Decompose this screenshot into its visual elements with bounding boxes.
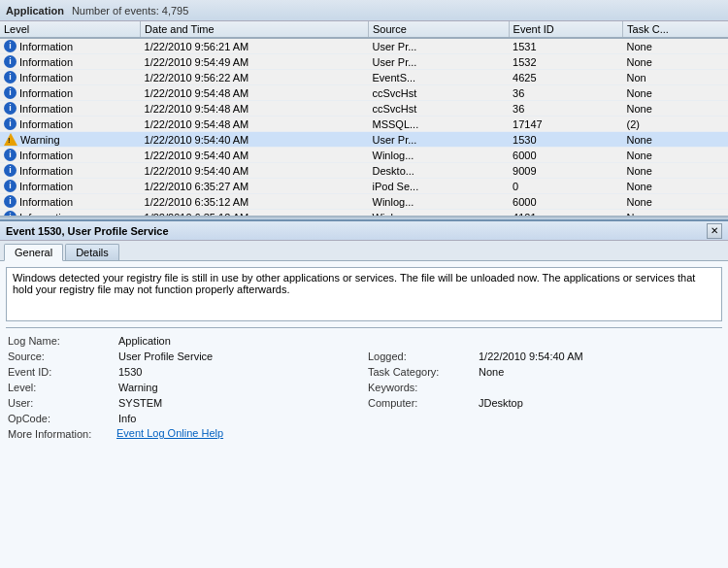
- event-table-scroll[interactable]: Level Date and Time Source Event ID Task…: [0, 21, 728, 216]
- cell-datetime: 1/22/2010 6:35:27 AM: [141, 179, 369, 194]
- cell-eventid: 36: [509, 85, 622, 101]
- table-row[interactable]: iInformation1/22/2010 9:54:40 AMDeskto..…: [0, 163, 728, 179]
- source-value: User Profile Service: [116, 350, 362, 363]
- cell-task: None: [623, 101, 728, 117]
- cell-eventid: 1530: [509, 132, 622, 148]
- level-text: Information: [19, 118, 73, 130]
- moreinfo-link[interactable]: Event Log Online Help: [116, 427, 362, 441]
- cell-datetime: 1/22/2010 9:54:40 AM: [141, 163, 369, 179]
- cell-level: Warning: [0, 132, 141, 148]
- col-header-source[interactable]: Source: [369, 21, 510, 38]
- level-text: Information: [19, 212, 73, 217]
- empty-1: [366, 334, 473, 348]
- table-row[interactable]: iInformation1/22/2010 9:56:21 AMUser Pr.…: [0, 38, 728, 54]
- log-fields: Log Name: Application Source: User Profi…: [6, 334, 722, 441]
- taskcategory-value: None: [477, 365, 722, 379]
- cell-datetime: 1/22/2010 6:35:12 AM: [141, 194, 369, 210]
- cell-datetime: 1/22/2010 9:54:48 AM: [141, 117, 369, 132]
- cell-task: None: [623, 148, 728, 163]
- cell-source: EventS...: [369, 70, 510, 85]
- main-container: Application Number of events: 4,795 Leve…: [0, 0, 728, 568]
- tab-general[interactable]: General: [4, 244, 63, 261]
- table-header-row: Level Date and Time Source Event ID Task…: [0, 21, 728, 38]
- table-row[interactable]: iInformation1/22/2010 9:56:22 AMEventS..…: [0, 70, 728, 85]
- titlebar: Application Number of events: 4,795: [0, 0, 728, 21]
- level-text: Information: [19, 150, 73, 161]
- col-header-task[interactable]: Task C...: [623, 21, 728, 38]
- table-row[interactable]: iInformation1/22/2010 9:54:49 AMUser Pr.…: [0, 54, 728, 70]
- cell-level: iInformation: [0, 38, 141, 54]
- cell-eventid: 1532: [509, 54, 622, 70]
- cell-task: None: [623, 194, 728, 210]
- keywords-value: [477, 381, 722, 394]
- table-row[interactable]: iInformation1/22/2010 9:54:48 AMccSvcHst…: [0, 101, 728, 117]
- cell-source: Deskto...: [369, 163, 510, 179]
- cell-datetime: 1/22/2010 9:54:40 AM: [141, 132, 369, 148]
- table-row[interactable]: iInformation1/22/2010 9:54:48 AMMSSQL...…: [0, 117, 728, 132]
- table-row[interactable]: iInformation1/22/2010 6:35:12 AMWinlog..…: [0, 194, 728, 210]
- log-value: Application: [116, 334, 362, 348]
- cell-eventid: 1531: [509, 38, 622, 54]
- cell-level: iInformation: [0, 194, 141, 210]
- tabs-row: General Details: [0, 241, 728, 261]
- table-row[interactable]: iInformation1/22/2010 9:54:48 AMccSvcHst…: [0, 85, 728, 101]
- cell-level: iInformation: [0, 179, 141, 194]
- level-text: Information: [19, 165, 73, 177]
- detail-titlebar: Event 1530, User Profile Service ✕: [0, 221, 728, 241]
- cell-task: None: [623, 179, 728, 194]
- info-icon: i: [4, 71, 17, 84]
- app-title: Application: [6, 5, 64, 17]
- eventid-label: Event ID:: [6, 365, 113, 379]
- cell-datetime: 1/22/2010 9:56:21 AM: [141, 38, 369, 54]
- cell-datetime: 1/22/2010 9:56:22 AM: [141, 70, 369, 85]
- cell-eventid: 4101: [509, 210, 622, 217]
- info-icon: i: [4, 211, 17, 216]
- cell-source: MSSQL...: [369, 117, 510, 132]
- cell-datetime: 1/22/2010 9:54:48 AM: [141, 101, 369, 117]
- table-row[interactable]: iInformation1/22/2010 9:54:40 AMWinlog..…: [0, 148, 728, 163]
- detail-panel: Event 1530, User Profile Service ✕ Gener…: [0, 219, 728, 568]
- event-count-value: 4,795: [162, 5, 189, 17]
- col-header-level[interactable]: Level: [0, 21, 141, 38]
- cell-level: iInformation: [0, 54, 141, 70]
- keywords-label: Keywords:: [366, 381, 473, 394]
- divider: [6, 327, 722, 328]
- table-row[interactable]: Warning1/22/2010 9:54:40 AMUser Pr...153…: [0, 132, 728, 148]
- cell-eventid: 17147: [509, 117, 622, 132]
- col-header-eventid[interactable]: Event ID: [509, 21, 622, 38]
- table-row[interactable]: iInformation1/22/2010 6:35:27 AMiPod Se.…: [0, 179, 728, 194]
- info-icon: i: [4, 86, 17, 99]
- info-icon: i: [4, 195, 17, 208]
- close-button[interactable]: ✕: [707, 223, 722, 239]
- cell-eventid: 0: [509, 179, 622, 194]
- table-body: iInformation1/22/2010 9:56:21 AMUser Pr.…: [0, 38, 728, 216]
- log-label: Log Name:: [6, 334, 113, 348]
- cell-level: iInformation: [0, 70, 141, 85]
- empty-6: [477, 427, 722, 441]
- info-icon: i: [4, 55, 17, 68]
- cell-task: None: [623, 163, 728, 179]
- cell-source: User Pr...: [369, 54, 510, 70]
- logged-label: Logged:: [366, 350, 473, 363]
- cell-source: User Pr...: [369, 132, 510, 148]
- empty-2: [477, 334, 722, 348]
- cell-level: iInformation: [0, 163, 141, 179]
- user-label: User:: [6, 396, 113, 410]
- col-header-datetime[interactable]: Date and Time: [141, 21, 369, 38]
- computer-label: Computer:: [366, 396, 473, 410]
- event-message-box[interactable]: Windows detected your registry file is s…: [6, 267, 722, 321]
- cell-datetime: 1/22/2010 9:54:48 AM: [141, 85, 369, 101]
- cell-source: ccSvcHst: [369, 101, 510, 117]
- info-icon: i: [4, 117, 17, 130]
- cell-eventid: 6000: [509, 194, 622, 210]
- level-text: Information: [19, 103, 73, 115]
- logged-value: 1/22/2010 9:54:40 AM: [477, 350, 722, 363]
- table-row[interactable]: iInformation1/22/2010 6:35:12 AMWinlog..…: [0, 210, 728, 217]
- cell-eventid: 6000: [509, 148, 622, 163]
- tab-details[interactable]: Details: [65, 244, 119, 260]
- opcode-value: Info: [116, 412, 362, 425]
- level-text: Information: [19, 87, 73, 99]
- cell-eventid: 4625: [509, 70, 622, 85]
- cell-eventid: 9009: [509, 163, 622, 179]
- empty-4: [477, 412, 722, 425]
